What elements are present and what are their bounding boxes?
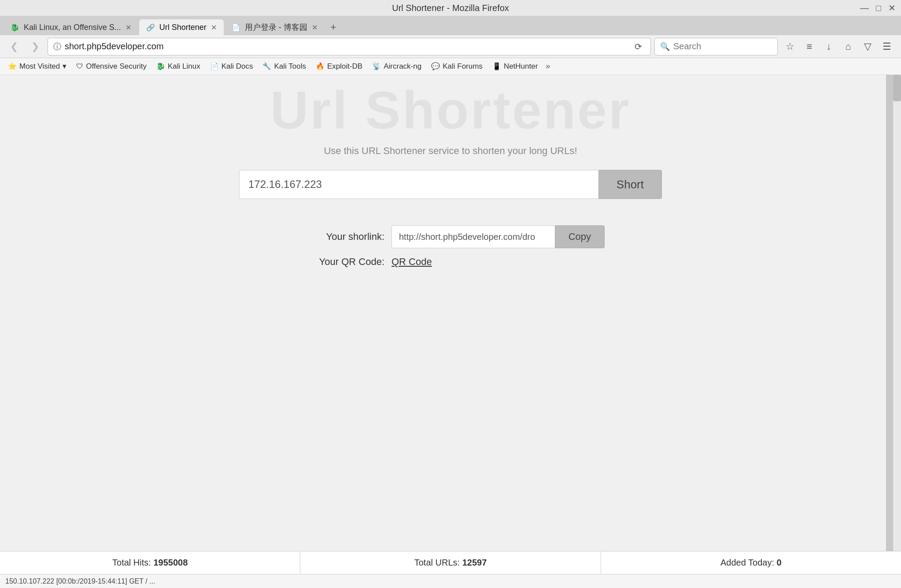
copy-button[interactable]: Copy bbox=[555, 225, 605, 248]
tab-chinese[interactable]: 📄 用户登录 - 博客园 ✕ bbox=[225, 19, 325, 35]
reading-view-button[interactable]: ≡ bbox=[801, 38, 818, 55]
nav-bar: ❮ ❯ ⓘ ⟳ 🔍 ☆ ≡ ↓ ⌂ ▽ ☰ bbox=[0, 35, 901, 58]
bookmark-kali-forums-label: Kali Forums bbox=[443, 62, 483, 71]
kali-linux-icon: 🐉 bbox=[156, 62, 165, 70]
tab-kali-close[interactable]: ✕ bbox=[126, 23, 131, 32]
back-button[interactable]: ❮ bbox=[5, 38, 23, 55]
bookmark-nethunter[interactable]: 📱 NetHunter bbox=[488, 60, 542, 73]
menu-button[interactable]: ☰ bbox=[878, 38, 896, 55]
tab-kali[interactable]: 🐉 Kali Linux, an Offensive S... ✕ bbox=[4, 19, 138, 35]
page-subtitle: Use this URL Shortener service to shorte… bbox=[0, 145, 901, 157]
qr-row: Your QR Code: QR Code bbox=[296, 256, 605, 268]
result-row: Your shorlink: Copy bbox=[296, 225, 605, 248]
bookmark-kali-docs-label: Kali Docs bbox=[222, 62, 253, 71]
nav-icons: ☆ ≡ ↓ ⌂ ▽ ☰ bbox=[781, 38, 896, 55]
bookmarks-bar: ⭐ Most Visited ▾ 🛡 Offensive Security 🐉 … bbox=[0, 58, 901, 75]
tab-kali-label: Kali Linux, an Offensive S... bbox=[24, 23, 121, 32]
result-section: Your shorlink: Copy Your QR Code: QR Cod… bbox=[296, 225, 605, 268]
bookmark-kali-forums[interactable]: 💬 Kali Forums bbox=[427, 60, 487, 73]
bookmark-nethunter-label: NetHunter bbox=[504, 62, 538, 71]
url-shortener-input[interactable] bbox=[239, 170, 598, 199]
url-input[interactable] bbox=[65, 41, 628, 51]
bookmark-offensive-security[interactable]: 🛡 Offensive Security bbox=[72, 60, 151, 73]
minimize-button[interactable]: — bbox=[860, 4, 869, 12]
forward-button[interactable]: ❯ bbox=[26, 38, 44, 55]
close-button[interactable]: ✕ bbox=[888, 4, 896, 12]
tab-shortener-favicon: 🔗 bbox=[146, 23, 155, 32]
bookmarks-more-button[interactable]: » bbox=[543, 62, 553, 71]
side-panel bbox=[886, 75, 893, 574]
stats-bar: Total Hits: 1955008 Total URLs: 12597 Ad… bbox=[0, 551, 901, 574]
bookmark-exploit-db[interactable]: 🔥 Exploit-DB bbox=[311, 60, 367, 73]
bookmark-offensive-security-label: Offensive Security bbox=[86, 62, 147, 71]
scrollbar-track bbox=[893, 75, 901, 574]
search-icon: 🔍 bbox=[660, 42, 670, 51]
bookmark-most-visited[interactable]: ⭐ Most Visited ▾ bbox=[4, 60, 71, 73]
exploit-db-icon: 🔥 bbox=[316, 62, 325, 70]
bookmark-kali-linux-label: Kali Linux bbox=[168, 62, 200, 71]
qr-link[interactable]: QR Code bbox=[391, 256, 432, 268]
qr-label: Your QR Code: bbox=[296, 256, 384, 268]
title-bar: Url Shortener - Mozilla Firefox — □ ✕ bbox=[0, 0, 901, 16]
aircrack-icon: 📡 bbox=[372, 62, 381, 70]
bookmark-kali-docs[interactable]: 📄 Kali Docs bbox=[206, 60, 258, 73]
maximize-button[interactable]: □ bbox=[876, 4, 881, 12]
nethunter-icon: 📱 bbox=[492, 62, 501, 70]
page-watermark-title: Url Shortener bbox=[0, 75, 901, 136]
tab-chinese-label: 用户登录 - 博客园 bbox=[245, 22, 307, 33]
pocket-button[interactable]: ▽ bbox=[859, 38, 876, 55]
stats-added-today: Added Today: 0 bbox=[601, 551, 901, 574]
home-button[interactable]: ⌂ bbox=[839, 38, 857, 55]
kali-forums-icon: 💬 bbox=[431, 62, 440, 70]
result-label: Your shorlink: bbox=[296, 231, 384, 243]
tab-shortener[interactable]: 🔗 Url Shortener ✕ bbox=[139, 19, 224, 35]
window-title: Url Shortener - Mozilla Firefox bbox=[392, 3, 509, 13]
status-bar: 150.10.107.222 [00:0b:/2019-15:44:11] GE… bbox=[0, 574, 901, 588]
search-bar: 🔍 bbox=[654, 38, 778, 55]
stats-total-hits: Total Hits: 1955008 bbox=[0, 551, 300, 574]
most-visited-arrow: ▾ bbox=[63, 62, 66, 71]
shortener-form: Short bbox=[239, 170, 662, 199]
page-content: Url Shortener Use this URL Shortener ser… bbox=[0, 75, 901, 574]
bookmark-exploit-db-label: Exploit-DB bbox=[327, 62, 362, 71]
result-url-input[interactable] bbox=[391, 225, 555, 248]
bookmark-most-visited-label: Most Visited bbox=[19, 62, 60, 71]
bookmark-star-button[interactable]: ☆ bbox=[781, 38, 799, 55]
search-input[interactable] bbox=[673, 41, 785, 51]
address-bar: ⓘ ⟳ bbox=[48, 38, 651, 55]
bookmark-kali-tools[interactable]: 🔧 Kali Tools bbox=[258, 60, 310, 73]
bookmark-kali-tools-label: Kali Tools bbox=[274, 62, 306, 71]
download-button[interactable]: ↓ bbox=[820, 38, 838, 55]
tab-chinese-close[interactable]: ✕ bbox=[312, 23, 318, 32]
bookmark-aircrack-ng[interactable]: 📡 Aircrack-ng bbox=[368, 60, 426, 73]
window-controls: — □ ✕ bbox=[860, 4, 896, 12]
status-bar-text: 150.10.107.222 [00:0b:/2019-15:44:11] GE… bbox=[5, 577, 155, 585]
refresh-button[interactable]: ⟳ bbox=[631, 40, 645, 54]
tab-bar: 🐉 Kali Linux, an Offensive S... ✕ 🔗 Url … bbox=[0, 16, 901, 35]
kali-docs-icon: 📄 bbox=[210, 62, 219, 70]
tab-kali-favicon: 🐉 bbox=[11, 23, 19, 32]
stats-total-urls: Total URLs: 12597 bbox=[300, 551, 601, 574]
short-button[interactable]: Short bbox=[598, 170, 662, 199]
kali-tools-icon: 🔧 bbox=[262, 62, 271, 70]
offensive-security-icon: 🛡 bbox=[76, 62, 83, 70]
new-tab-button[interactable]: + bbox=[325, 19, 341, 35]
most-visited-icon: ⭐ bbox=[8, 62, 17, 70]
info-icon: ⓘ bbox=[53, 41, 61, 52]
tab-chinese-favicon: 📄 bbox=[232, 23, 240, 32]
bookmark-kali-linux[interactable]: 🐉 Kali Linux bbox=[152, 60, 205, 73]
bookmark-aircrack-label: Aircrack-ng bbox=[384, 62, 421, 71]
scrollbar-thumb[interactable] bbox=[893, 75, 901, 101]
tab-shortener-close[interactable]: ✕ bbox=[211, 23, 217, 32]
tab-shortener-label: Url Shortener bbox=[159, 23, 207, 32]
